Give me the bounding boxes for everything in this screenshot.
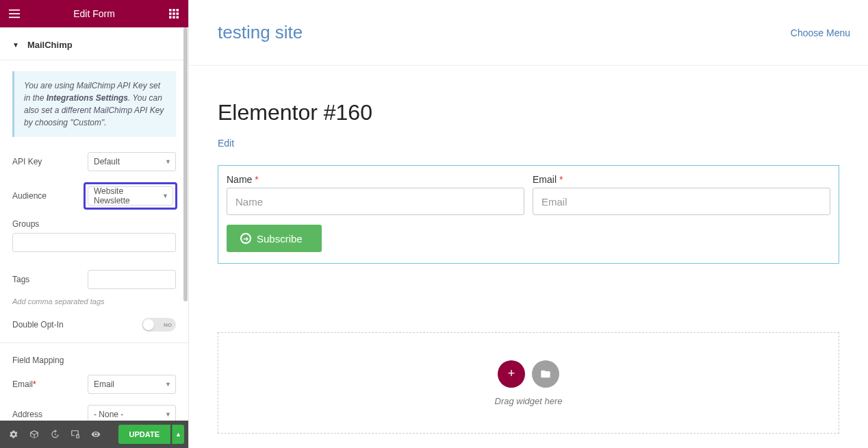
form-widget[interactable]: Name* Email* ➔ Subscribe	[218, 165, 839, 264]
drop-text: Drag widget here	[495, 396, 563, 406]
section-mailchimp[interactable]: ▼ MailChimp	[0, 27, 188, 60]
api-key-label: API Key	[12, 157, 88, 166]
control-tags: Tags	[0, 264, 188, 295]
drop-buttons: +	[498, 360, 559, 388]
info-box: You are using MailChimp API Key set in t…	[12, 71, 176, 137]
mapping-address-label: Address	[12, 410, 88, 419]
control-groups: Groups	[0, 215, 188, 255]
audience-label: Audience	[12, 191, 88, 201]
control-double-optin: Double Opt-In NO	[0, 312, 188, 337]
double-optin-toggle[interactable]: NO	[142, 318, 176, 332]
toggle-state: NO	[164, 322, 172, 328]
control-audience: Audience Website Newslette ▼	[0, 177, 188, 215]
double-optin-label: Double Opt-In	[12, 320, 142, 329]
required-star: *	[559, 174, 563, 185]
choose-menu-link[interactable]: Choose Menu	[791, 27, 850, 38]
svg-rect-3	[169, 9, 172, 12]
label-text: Name	[227, 174, 252, 185]
sidebar-title: Edit Form	[21, 8, 168, 19]
section-label: MailChimp	[27, 40, 73, 50]
name-field-label: Name*	[227, 174, 524, 185]
tags-label: Tags	[12, 275, 88, 284]
edit-link[interactable]: Edit	[218, 138, 234, 149]
menu-icon[interactable]	[8, 8, 21, 20]
settings-icon[interactable]	[4, 425, 23, 444]
update-button[interactable]: UPDATE	[118, 425, 170, 444]
control-api-key: API Key Default ▼	[0, 147, 188, 177]
label-text: Email	[533, 174, 557, 185]
mapping-address-select[interactable]: - None - ▼	[88, 405, 176, 421]
svg-rect-11	[177, 16, 179, 19]
svg-rect-4	[173, 9, 175, 12]
navigator-icon[interactable]	[25, 425, 44, 444]
mapping-value: Email	[94, 379, 114, 389]
svg-rect-1	[9, 13, 20, 14]
api-key-value: Default	[94, 157, 120, 166]
subscribe-label: Subscribe	[257, 233, 303, 245]
update-options-button[interactable]: ▲	[172, 425, 184, 444]
template-library-button[interactable]	[532, 360, 559, 388]
subscribe-button[interactable]: ➔ Subscribe	[227, 225, 322, 252]
info-bold: Integrations Settings	[47, 93, 128, 103]
sidebar-header: Edit Form	[0, 0, 188, 27]
tags-input[interactable]	[88, 270, 176, 289]
history-icon[interactable]	[45, 425, 64, 444]
groups-input[interactable]	[12, 233, 176, 252]
svg-rect-8	[177, 12, 179, 15]
sidebar-footer: UPDATE ▲	[0, 421, 188, 448]
scrollbar-track	[183, 27, 188, 421]
mapping-address: Address - None - ▼	[0, 399, 188, 421]
site-title[interactable]: testing site	[218, 22, 303, 43]
scrollbar-thumb[interactable]	[183, 27, 188, 301]
field-mapping-label: Field Mapping	[0, 349, 188, 369]
editor-sidebar: Edit Form ▼ MailChimp You are using Mail…	[0, 0, 189, 448]
chevron-down-icon: ▼	[162, 192, 168, 199]
mapping-email-label: Email*	[12, 379, 88, 389]
required-star: *	[33, 379, 36, 389]
api-key-select[interactable]: Default ▼	[88, 152, 176, 171]
divider	[0, 343, 188, 343]
svg-rect-7	[173, 12, 175, 15]
site-header: testing site Choose Menu	[189, 0, 868, 66]
chevron-down-icon: ▼	[165, 411, 171, 418]
audience-select[interactable]: Website Newslette ▼	[88, 186, 173, 206]
svg-rect-2	[9, 16, 20, 18]
audience-value: Website Newslette	[94, 186, 157, 206]
apps-icon[interactable]	[168, 8, 180, 20]
email-input[interactable]	[533, 188, 830, 215]
audience-highlight: Website Newslette ▼	[84, 182, 177, 210]
name-input[interactable]	[227, 188, 524, 215]
add-section-button[interactable]: +	[498, 360, 525, 388]
form-col-name: Name*	[227, 174, 524, 215]
chevron-down-icon: ▼	[165, 381, 171, 388]
groups-label: Groups	[12, 219, 176, 229]
chevron-down-icon: ▼	[165, 158, 171, 165]
svg-rect-10	[173, 16, 175, 19]
sidebar-body: ▼ MailChimp You are using MailChimp API …	[0, 27, 188, 421]
preview-icon[interactable]	[86, 425, 105, 444]
required-star: *	[255, 174, 258, 185]
arrow-right-icon: ➔	[240, 233, 251, 244]
drop-zone[interactable]: + Drag widget here	[218, 332, 839, 434]
form-row: Name* Email*	[218, 174, 839, 215]
responsive-icon[interactable]	[66, 425, 85, 444]
tags-help: Add comma separated tags	[0, 295, 188, 312]
page-content: Elementor #160 Edit Name* Email* ➔ Subsc…	[189, 66, 868, 277]
svg-rect-0	[9, 10, 20, 11]
caret-down-icon: ▼	[12, 41, 19, 49]
mapping-label-text: Email	[12, 379, 33, 389]
toggle-knob	[143, 319, 154, 330]
mapping-email-select[interactable]: Email ▼	[88, 375, 176, 394]
mapping-value: - None -	[94, 410, 123, 419]
svg-rect-9	[169, 16, 172, 19]
svg-rect-5	[177, 9, 179, 12]
email-field-label: Email*	[533, 174, 830, 185]
form-col-email: Email*	[533, 174, 830, 215]
mapping-email: Email* Email ▼	[0, 369, 188, 399]
svg-rect-6	[169, 12, 172, 15]
page-title: Elementor #160	[218, 100, 839, 125]
preview-area: testing site Choose Menu Elementor #160 …	[189, 0, 868, 448]
